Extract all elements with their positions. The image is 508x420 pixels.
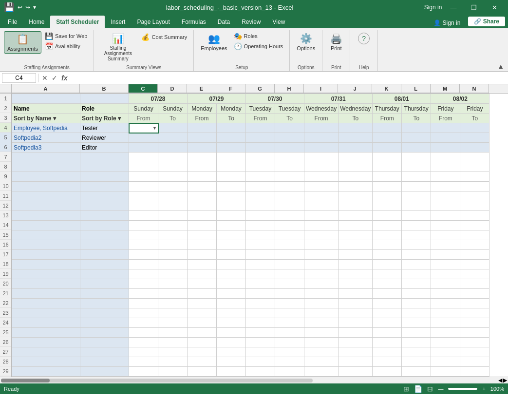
horizontal-scrollbar[interactable]: ◀ ▶ [0,377,508,383]
cell-L3[interactable]: To [402,114,431,123]
tab-staff-scheduler[interactable]: Staff Scheduler [50,16,105,28]
cell-K4[interactable] [373,123,402,133]
row-num-22[interactable]: 22 [0,298,11,308]
cell-I4[interactable] [304,123,339,133]
cell-F2[interactable]: Monday [217,104,246,114]
cell-I6[interactable] [304,143,339,153]
cell-C4[interactable]: ▼ [129,123,158,133]
col-header-K[interactable]: K [372,84,401,93]
col-header-G[interactable]: G [245,84,275,93]
function-icon[interactable]: fx [60,74,69,82]
cell-N4[interactable] [460,123,489,133]
row-num-9[interactable]: 9 [0,172,11,181]
cell-K6[interactable] [373,143,402,153]
row-num-11[interactable]: 11 [0,191,11,201]
row-num-8[interactable]: 8 [0,162,11,172]
col-header-F[interactable]: F [216,84,245,93]
row-num-4[interactable]: 4 [0,123,11,133]
row-num-17[interactable]: 17 [0,249,11,259]
cell-E5[interactable] [188,133,217,143]
cell-N6[interactable] [460,143,489,153]
cell-L4[interactable] [402,123,431,133]
help-btn[interactable]: ? [354,31,374,46]
row-num-1[interactable]: 1 [0,94,11,103]
cell-B8[interactable] [80,162,129,172]
cell-G1[interactable]: 07/30 [246,94,304,104]
scroll-left-btn[interactable]: ◀ [498,377,502,383]
cell-reference-input[interactable] [2,73,36,83]
cell-A4[interactable]: Employee, Softpedia [12,123,80,133]
cell-M3[interactable]: From [431,114,460,123]
cell-C6[interactable] [129,143,158,153]
tab-view[interactable]: View [267,16,291,28]
cell-B2[interactable]: Role [80,104,129,114]
row-num-10[interactable]: 10 [0,181,11,191]
cell-H3[interactable]: To [275,114,304,123]
save-for-web-btn[interactable]: 💾 Save for Web [42,31,90,41]
tab-page-layout[interactable]: Page Layout [131,16,175,28]
cell-I2[interactable]: Wednesday [304,104,339,114]
row-num-27[interactable]: 27 [0,347,11,357]
cell-N5[interactable] [460,133,489,143]
cell-B4[interactable]: Tester [80,123,129,133]
row-num-7[interactable]: 7 [0,152,11,162]
cell-I5[interactable] [304,133,339,143]
share-button[interactable]: 🔗 Share [468,17,505,26]
cell-F5[interactable] [217,133,246,143]
restore-btn[interactable]: ❐ [464,0,484,15]
cell-A5[interactable]: Softpedia2 [12,133,80,143]
tab-review[interactable]: Review [236,16,266,28]
zoom-in-btn[interactable]: + [482,386,485,392]
col-header-D[interactable]: D [158,84,187,93]
cell-A7[interactable] [12,153,80,162]
zoom-slider[interactable] [448,388,477,390]
row-num-2[interactable]: 2 [0,103,11,113]
row-num-21[interactable]: 21 [0,288,11,298]
col-header-A[interactable]: A [12,84,80,93]
cell-J3[interactable]: To [339,114,373,123]
col-header-L[interactable]: L [401,84,431,93]
scroll-right-btn[interactable]: ▶ [503,377,507,383]
row-num-14[interactable]: 14 [0,220,11,230]
cell-E1[interactable]: 07/29 [188,94,246,104]
col-header-H[interactable]: H [275,84,304,93]
cell-H4[interactable] [275,123,304,133]
cell-D5[interactable] [158,133,188,143]
cell-J5[interactable] [339,133,373,143]
cell-B6[interactable]: Editor [80,143,129,153]
redo-btn[interactable]: ↪ [25,4,30,11]
row-num-24[interactable]: 24 [0,318,11,327]
close-btn[interactable]: ✕ [485,0,504,15]
tab-insert[interactable]: Insert [105,16,131,28]
tab-data[interactable]: Data [212,16,236,28]
col-header-J[interactable]: J [338,84,372,93]
print-btn[interactable]: 🖨️ Print [326,31,346,53]
row-num-26[interactable]: 26 [0,337,11,347]
zoom-level[interactable]: 100% [490,386,504,392]
row-num-15[interactable]: 15 [0,230,11,240]
col-header-M[interactable]: M [431,84,460,93]
cell-H2[interactable]: Tuesday [275,104,304,114]
cell-D2[interactable]: Sunday [158,104,188,114]
assignments-btn[interactable]: 📋 Assignments [4,31,41,54]
tab-formulas[interactable]: Formulas [176,16,212,28]
cell-D3[interactable]: To [158,114,188,123]
col-header-N[interactable]: N [460,84,489,93]
cell-K5[interactable] [373,133,402,143]
zoom-out-btn[interactable]: — [438,386,443,392]
cancel-icon[interactable]: ✕ [40,74,49,82]
col-header-E[interactable]: E [187,84,216,93]
col-header-I[interactable]: I [304,84,338,93]
undo-btn[interactable]: ↩ [18,4,22,11]
cell-F4[interactable] [217,123,246,133]
tab-home[interactable]: Home [23,16,50,28]
minimize-btn[interactable]: — [444,0,463,15]
cell-H5[interactable] [275,133,304,143]
cell-M6[interactable] [431,143,460,153]
cell-E4[interactable] [188,123,217,133]
cell-I3[interactable]: From [304,114,339,123]
col-header-B[interactable]: B [80,84,129,93]
cell-K1[interactable]: 08/01 [373,94,431,104]
cell-L6[interactable] [402,143,431,153]
options-btn[interactable]: ⚙️ Options [294,31,318,53]
